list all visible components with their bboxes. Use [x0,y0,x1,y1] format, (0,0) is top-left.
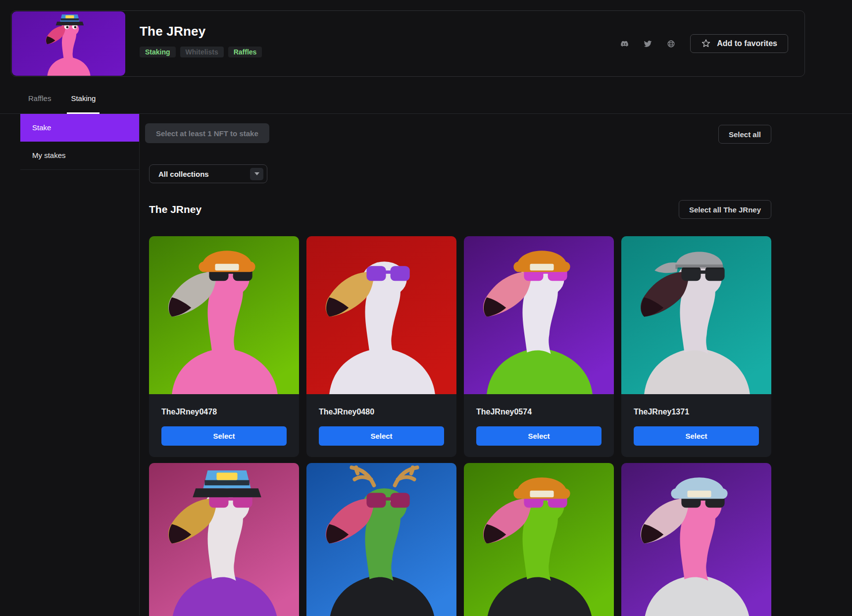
sidebar: Stake My stakes [20,114,140,616]
nft-card [621,463,771,616]
globe-icon[interactable] [667,40,675,48]
badge-list: Staking Whitelists Raffles [140,47,620,57]
nft-card: TheJRney0480 Select [306,236,456,457]
sidebar-item-stake[interactable]: Stake [20,114,139,142]
profile-header: The JRney Staking Whitelists Raffles Add… [11,10,805,77]
badge-staking: Staking [140,47,176,57]
collection-section-header: The JRney Select all The JRney [149,200,771,219]
tab-raffles[interactable]: Raffles [24,94,55,114]
badge-whitelists: Whitelists [180,47,224,57]
select-nft-button[interactable]: Select [161,426,287,446]
discord-icon[interactable] [620,40,629,48]
content: Stake My stakes Select at least 1 NFT to… [0,114,852,616]
sidebar-divider [20,169,139,170]
profile-info: The JRney Staking Whitelists Raffles [140,11,620,76]
nft-card-footer: TheJRney0478 Select [149,394,299,457]
nft-card-footer: TheJRney0574 Select [464,394,614,457]
nft-image [464,236,614,394]
add-to-favorites-label: Add to favorites [717,39,777,48]
nft-card [306,463,456,616]
nft-image [464,463,614,616]
page-title: The JRney [140,24,620,39]
select-nft-button[interactable]: Select [476,426,601,446]
select-all-button[interactable]: Select all [718,125,771,144]
profile-actions: Add to favorites [620,11,788,76]
select-all-collection-button[interactable]: Select all The JRney [679,200,771,219]
nft-card-footer: TheJRney1371 Select [621,394,771,457]
sidebar-item-my-stakes[interactable]: My stakes [20,142,139,169]
nft-name: TheJRney0480 [319,407,444,416]
nft-name: TheJRney1371 [634,407,759,416]
nft-card: TheJRney1371 Select [621,236,771,457]
badge-raffles: Raffles [228,47,262,57]
nft-image [306,463,456,616]
nft-image [149,236,299,394]
nft-image [306,236,456,394]
nft-image [149,463,299,616]
star-icon [701,39,711,49]
nft-image [621,236,771,394]
nft-name: TheJRney0478 [161,407,287,416]
avatar [12,11,125,76]
twitter-icon[interactable] [644,40,652,48]
collection-dropdown[interactable]: All collections [149,164,267,183]
nft-card [149,463,299,616]
stake-toolbar: Select at least 1 NFT to stake Select al… [145,123,771,144]
select-nft-button[interactable]: Select [634,426,759,446]
nft-card-footer: TheJRney0480 Select [306,394,456,457]
main-panel: Select at least 1 NFT to stake Select al… [140,114,852,616]
nft-card: TheJRney0574 Select [464,236,614,457]
nft-image [621,463,771,616]
collection-title: The JRney [149,204,679,215]
collection-dropdown-value: All collections [158,170,250,178]
select-nft-button[interactable]: Select [319,426,444,446]
tab-bar: Raffles Staking [0,77,852,114]
add-to-favorites-button[interactable]: Add to favorites [690,34,788,53]
tab-staking[interactable]: Staking [67,94,100,114]
nft-grid: TheJRney0478 Select [149,236,771,616]
chevron-down-icon[interactable] [250,168,263,180]
nft-name: TheJRney0574 [476,407,601,416]
stake-cta-button[interactable]: Select at least 1 NFT to stake [145,123,269,143]
staking-page: The JRney Staking Whitelists Raffles Add… [0,0,852,616]
nft-card [464,463,614,616]
nft-card: TheJRney0478 Select [149,236,299,457]
